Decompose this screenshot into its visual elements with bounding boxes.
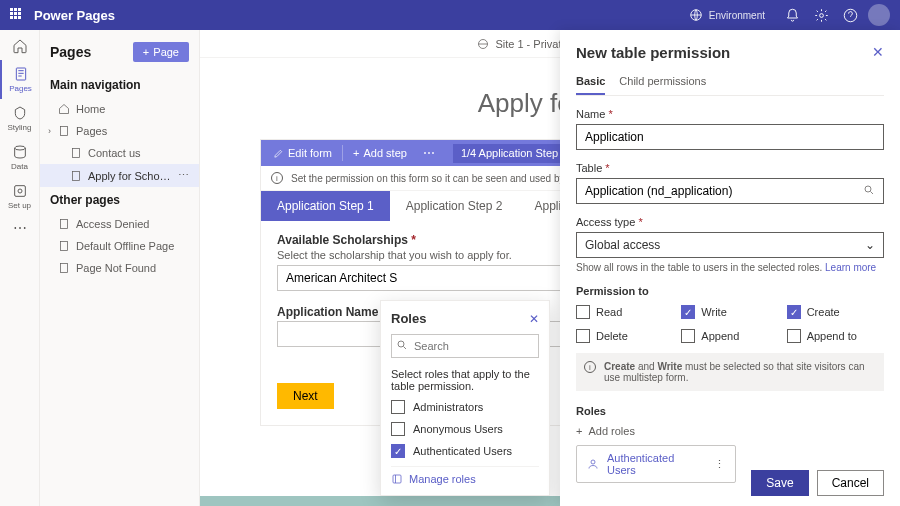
rail-styling[interactable]: Styling bbox=[0, 99, 39, 138]
svg-rect-10 bbox=[61, 220, 68, 229]
role-administrators[interactable]: Administrators bbox=[391, 400, 539, 414]
site-icon bbox=[477, 38, 489, 50]
app-title: Power Pages bbox=[34, 8, 115, 23]
learn-more-link[interactable]: Learn more bbox=[825, 262, 876, 273]
tree-home[interactable]: Home bbox=[40, 98, 199, 120]
pages-panel: Pages + Page Main navigation Home › Page… bbox=[40, 30, 200, 506]
info-icon: i bbox=[584, 361, 596, 373]
edit-form-button[interactable]: Edit form bbox=[265, 140, 340, 166]
permission-to-label: Permission to bbox=[576, 285, 884, 297]
pages-icon bbox=[13, 66, 29, 82]
name-input[interactable] bbox=[576, 124, 884, 150]
toolbar-more-button[interactable]: ⋯ bbox=[417, 146, 441, 160]
svg-rect-3 bbox=[16, 68, 25, 80]
roles-instruction: Select roles that apply to the table per… bbox=[391, 368, 539, 392]
next-button[interactable]: Next bbox=[277, 383, 334, 409]
section-main-nav: Main navigation bbox=[40, 72, 199, 98]
search-icon bbox=[396, 339, 408, 351]
cancel-button[interactable]: Cancel bbox=[817, 470, 884, 496]
checkbox[interactable] bbox=[391, 444, 405, 458]
notifications-icon[interactable] bbox=[785, 8, 800, 23]
checkbox[interactable] bbox=[391, 422, 405, 436]
tree-access-denied[interactable]: Access Denied bbox=[40, 213, 199, 235]
svg-rect-7 bbox=[61, 127, 68, 136]
svg-rect-9 bbox=[73, 171, 80, 180]
perm-write[interactable]: Write bbox=[681, 305, 778, 319]
plus-icon: + bbox=[576, 425, 582, 437]
roles-popup-title: Roles bbox=[391, 311, 426, 326]
tree-apply-scholars[interactable]: Apply for Scholars... ⋯ bbox=[40, 164, 199, 187]
environment-picker[interactable]: Environment bbox=[689, 8, 765, 22]
role-anonymous-users[interactable]: Anonymous Users bbox=[391, 422, 539, 436]
role-authenticated-users[interactable]: Authenticated Users bbox=[391, 444, 539, 458]
perm-append-to[interactable]: Append to bbox=[787, 329, 884, 343]
rail-setup[interactable]: Set up bbox=[0, 177, 39, 216]
add-roles-button[interactable]: + Add roles bbox=[576, 425, 884, 437]
page-icon bbox=[70, 147, 82, 159]
svg-point-17 bbox=[591, 460, 595, 464]
rail-pages[interactable]: Pages bbox=[0, 60, 39, 99]
more-icon[interactable]: ⋮ bbox=[714, 458, 725, 471]
tree-page-not-found[interactable]: Page Not Found bbox=[40, 257, 199, 279]
user-icon bbox=[587, 458, 599, 470]
perm-delete[interactable]: Delete bbox=[576, 329, 673, 343]
page-icon bbox=[70, 170, 82, 182]
user-avatar[interactable] bbox=[868, 4, 890, 26]
table-picker[interactable] bbox=[576, 178, 884, 204]
save-button[interactable]: Save bbox=[751, 470, 808, 496]
tab-child-permissions[interactable]: Child permissions bbox=[619, 69, 706, 95]
tab-basic[interactable]: Basic bbox=[576, 69, 605, 95]
app-launcher-icon[interactable] bbox=[10, 8, 24, 22]
top-bar: Power Pages Environment bbox=[0, 0, 900, 30]
manage-roles-link[interactable]: Manage roles bbox=[391, 466, 539, 485]
svg-rect-15 bbox=[393, 475, 401, 483]
close-icon[interactable]: ✕ bbox=[872, 44, 884, 60]
svg-rect-5 bbox=[14, 186, 25, 197]
svg-rect-11 bbox=[61, 242, 68, 251]
new-table-permission-flyout: New table permission ✕ Basic Child permi… bbox=[560, 30, 900, 506]
tree-default-offline[interactable]: Default Offline Page bbox=[40, 235, 199, 257]
roles-search-input[interactable] bbox=[391, 334, 539, 358]
rail-more[interactable]: ⋯ bbox=[13, 220, 27, 236]
svg-rect-12 bbox=[61, 264, 68, 273]
plus-icon: + bbox=[143, 46, 149, 58]
environment-icon bbox=[689, 8, 703, 22]
help-icon[interactable] bbox=[843, 8, 858, 23]
svg-point-14 bbox=[398, 341, 404, 347]
add-page-button[interactable]: + Page bbox=[133, 42, 189, 62]
checkbox[interactable] bbox=[391, 400, 405, 414]
section-other-pages: Other pages bbox=[40, 187, 199, 213]
svg-point-1 bbox=[820, 13, 824, 17]
left-rail: Pages Styling Data Set up ⋯ bbox=[0, 30, 40, 506]
access-type-select[interactable]: Global access ⌄ bbox=[576, 232, 884, 258]
chevron-right-icon[interactable]: › bbox=[48, 126, 51, 136]
edit-icon bbox=[273, 148, 284, 159]
role-chip-authenticated-users[interactable]: Authenticated Users ⋮ bbox=[576, 445, 736, 483]
settings-icon[interactable] bbox=[814, 8, 829, 23]
perm-create[interactable]: Create bbox=[787, 305, 884, 319]
manage-icon bbox=[391, 473, 403, 485]
close-icon[interactable]: ✕ bbox=[529, 312, 539, 326]
perm-read[interactable]: Read bbox=[576, 305, 673, 319]
more-icon[interactable]: ⋯ bbox=[178, 169, 189, 182]
tree-pages[interactable]: › Pages bbox=[40, 120, 199, 142]
data-icon bbox=[12, 144, 28, 160]
step-1-tab[interactable]: Application Step 1 bbox=[261, 191, 390, 221]
roles-label: Roles bbox=[576, 405, 884, 417]
flyout-tabs: Basic Child permissions bbox=[576, 69, 884, 96]
home-icon[interactable] bbox=[12, 38, 28, 54]
access-type-label: Access type * bbox=[576, 216, 884, 228]
perm-append[interactable]: Append bbox=[681, 329, 778, 343]
rail-data[interactable]: Data bbox=[0, 138, 39, 177]
page-icon bbox=[58, 218, 70, 230]
permissions-grid: Read Write Create Delete Append Append t… bbox=[576, 305, 884, 343]
table-label: Table * bbox=[576, 162, 884, 174]
step-2-tab[interactable]: Application Step 2 bbox=[390, 191, 519, 221]
page-icon bbox=[58, 125, 70, 137]
add-step-button[interactable]: + Add step bbox=[345, 140, 415, 166]
setup-icon bbox=[12, 183, 28, 199]
search-icon bbox=[855, 184, 883, 199]
tree-contact-us[interactable]: Contact us bbox=[40, 142, 199, 164]
svg-point-6 bbox=[18, 189, 22, 193]
panel-title: Pages bbox=[50, 44, 91, 60]
